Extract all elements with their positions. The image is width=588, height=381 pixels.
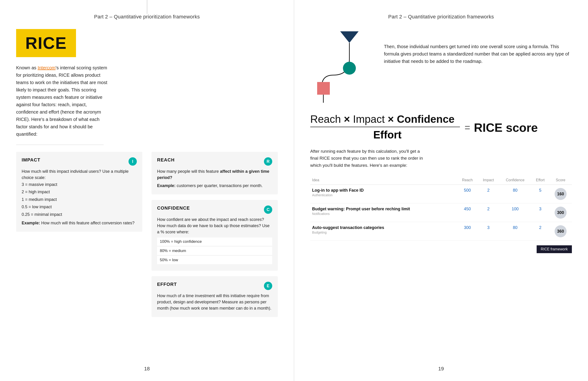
impact-title: IMPACT: [22, 157, 40, 163]
diagram-area: [310, 29, 375, 104]
impact-example: Example: How much will this feature affe…: [22, 220, 137, 226]
confidence-cell: 100: [499, 203, 531, 222]
idea-name: Budget warning: Prompt user before rechi…: [312, 207, 455, 212]
formula-fraction: Reach × Impact × Confidence Effort: [310, 113, 460, 141]
effort-badge: E: [264, 282, 272, 290]
impact-card-header: IMPACT I: [22, 157, 137, 166]
formula-section: Reach × Impact × Confidence Effort = RIC…: [310, 113, 572, 141]
right-page-number: 19: [438, 366, 444, 372]
col-effort: Effort: [531, 176, 549, 185]
reach-cell: 300: [457, 222, 478, 241]
score-cell: 360: [549, 222, 572, 241]
score-cell: 160: [549, 185, 572, 203]
effort-card-header: EFFORT E: [157, 282, 272, 290]
right-description: Then, those individual numbers get turne…: [384, 29, 572, 104]
table-row: Auto-suggest transaction categories Budg…: [310, 222, 572, 241]
impact-cell: 3: [478, 222, 499, 241]
framework-badge: RICE framework: [537, 245, 572, 253]
right-page: Part 2 – Quantitative prioritization fra…: [294, 0, 588, 381]
impact-card: IMPACT I How much will this impact indiv…: [16, 152, 142, 232]
reach-card-header: REACH R: [157, 157, 272, 166]
page-top-divider: [147, 0, 147, 14]
idea-category: Budgeting: [312, 231, 455, 234]
reach-description: How many people will this feature affect…: [157, 169, 272, 181]
table-header-row: Idea Reach Impact Confidence Effort Scor…: [310, 176, 572, 185]
intro-text-after: 's internal scoring system for prioritiz…: [16, 65, 107, 137]
effort-card: EFFORT E How much of a time investment w…: [151, 276, 278, 317]
impact-item-1: 3 = massive impact: [22, 181, 137, 188]
idea-category: Authentication: [312, 193, 455, 197]
effort-cell: 5: [531, 185, 549, 203]
idea-name: Log-in to app with Face ID: [312, 188, 455, 193]
col-idea: Idea: [310, 176, 457, 185]
score-cell: 300: [549, 203, 572, 222]
table-row: Budget warning: Prompt user before rechi…: [310, 203, 572, 222]
effort-description: How much of a time investment will this …: [157, 293, 272, 311]
score-badge: 360: [555, 225, 567, 237]
section-divider: [16, 145, 104, 145]
confidence-card-header: CONFIDENCE C: [157, 206, 272, 214]
confidence-row-low: 50% = low: [157, 256, 272, 264]
formula-result: = RICE score: [464, 121, 538, 134]
formula-top: Reach × Impact × Confidence Effort = RIC…: [310, 113, 572, 141]
left-page: Part 2 – Quantitative prioritization fra…: [0, 0, 294, 381]
factors-layout: IMPACT I How much will this impact indiv…: [16, 152, 278, 322]
reach-title: REACH: [157, 157, 175, 163]
score-badge: 160: [555, 188, 567, 200]
after-formula-text: After running each feature by this calcu…: [310, 148, 425, 169]
impact-cell: 2: [478, 203, 499, 222]
confidence-row-medium: 80% = medium: [157, 247, 272, 255]
confidence-badge: C: [264, 206, 272, 214]
score-badge: 300: [555, 207, 567, 219]
impact-item-2: 2 = high impact: [22, 188, 137, 196]
right-page-header: Part 2 – Quantitative prioritization fra…: [310, 14, 572, 20]
table-row: Log-in to app with Face ID Authenticatio…: [310, 185, 572, 203]
reach-example: Example: customers per quarter, transact…: [157, 183, 272, 189]
idea-cell: Budget warning: Prompt user before rechi…: [310, 203, 457, 222]
impact-cell: 2: [478, 185, 499, 203]
impact-badge: I: [128, 157, 137, 166]
idea-name: Auto-suggest transaction categories: [312, 225, 455, 230]
col-score: Score: [549, 176, 572, 185]
red-square: [317, 82, 330, 95]
col-confidence: Confidence: [499, 176, 531, 185]
impact-item-4: 0.5 = low impact: [22, 203, 137, 211]
formula-numerator: Reach × Impact × Confidence: [310, 113, 460, 125]
confidence-row-high: 100% = high confidence: [157, 237, 272, 246]
confidence-title: CONFIDENCE: [157, 206, 190, 211]
intro-paragraph: Known as Intercom's internal scoring sys…: [16, 64, 108, 138]
impact-list: 3 = massive impact 2 = high impact 1 = m…: [22, 181, 137, 218]
left-page-number: 18: [144, 366, 150, 372]
reach-card: REACH R How many people will this featur…: [151, 152, 278, 194]
impact-item-5: 0.25 = minimal impact: [22, 211, 137, 218]
col-impact: Impact: [478, 176, 499, 185]
spread: Part 2 – Quantitative prioritization fra…: [0, 0, 588, 381]
intro-text-before: Known as: [16, 65, 38, 70]
rice-score-label: RICE score: [474, 121, 538, 134]
right-top-section: Then, those individual numbers get turne…: [310, 29, 572, 104]
confidence-cell: 80: [499, 185, 531, 203]
confidence-description: How confident are we about the impact an…: [157, 216, 272, 235]
impact-description: How much will this impact individual use…: [22, 169, 137, 181]
rice-title: RICE: [25, 34, 67, 53]
reach-cell: 500: [457, 185, 478, 203]
right-factor-col: REACH R How many people will this featur…: [151, 152, 278, 322]
left-page-header: Part 2 – Quantitative prioritization fra…: [16, 14, 278, 20]
formula-equals: =: [464, 122, 470, 133]
rice-title-box: RICE: [16, 29, 76, 57]
left-factor-col: IMPACT I How much will this impact indiv…: [16, 152, 142, 322]
intercom-link[interactable]: Intercom: [38, 65, 56, 70]
teal-circle: [343, 62, 356, 75]
effort-cell: 2: [531, 222, 549, 241]
reach-cell: 450: [457, 203, 478, 222]
idea-category: Notifications: [312, 212, 455, 216]
impact-item-3: 1 = medium impact: [22, 196, 137, 203]
col-reach: Reach: [457, 176, 478, 185]
confidence-cell: 80: [499, 222, 531, 241]
funnel-icon: [340, 31, 358, 43]
flow-diagram: [310, 29, 375, 103]
confidence-rows: 100% = high confidence 80% = medium 50% …: [157, 237, 272, 264]
idea-cell: Log-in to app with Face ID Authenticatio…: [310, 185, 457, 203]
table-body: Log-in to app with Face ID Authenticatio…: [310, 185, 572, 241]
rice-table: Idea Reach Impact Confidence Effort Scor…: [310, 176, 572, 241]
